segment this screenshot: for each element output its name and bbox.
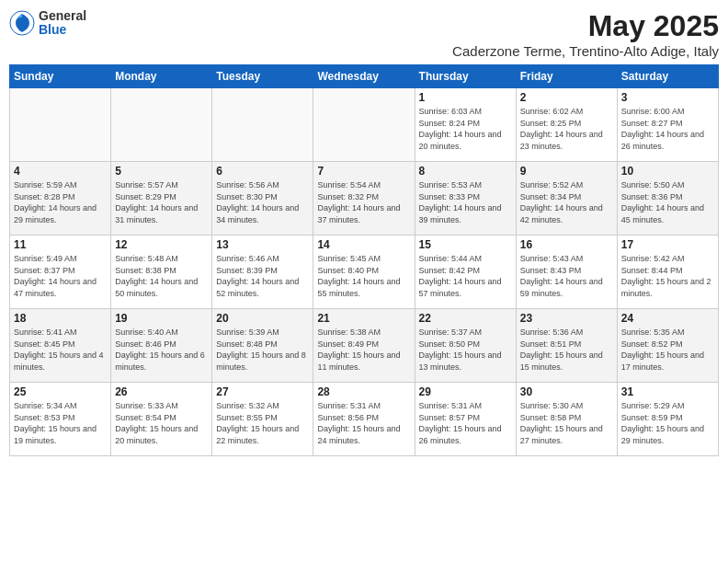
day-detail: Sunrise: 5:38 AM Sunset: 8:49 PM Dayligh… [317, 327, 410, 373]
day-number: 7 [317, 165, 410, 178]
day-detail: Sunrise: 5:59 AM Sunset: 8:28 PM Dayligh… [14, 179, 107, 225]
day-detail: Sunrise: 5:56 AM Sunset: 8:30 PM Dayligh… [216, 179, 309, 225]
calendar-cell: 20Sunrise: 5:39 AM Sunset: 8:48 PM Dayli… [212, 309, 313, 383]
day-number: 31 [621, 385, 714, 398]
day-number: 17 [621, 238, 714, 251]
day-number: 30 [520, 385, 613, 398]
calendar-cell [111, 88, 212, 162]
calendar-cell: 13Sunrise: 5:46 AM Sunset: 8:39 PM Dayli… [212, 236, 313, 309]
calendar-cell: 18Sunrise: 5:41 AM Sunset: 8:45 PM Dayli… [10, 309, 111, 383]
calendar-week-row: 18Sunrise: 5:41 AM Sunset: 8:45 PM Dayli… [10, 309, 719, 383]
weekday-header: Friday [516, 65, 617, 88]
day-detail: Sunrise: 5:50 AM Sunset: 8:36 PM Dayligh… [621, 179, 714, 225]
calendar-cell: 28Sunrise: 5:31 AM Sunset: 8:56 PM Dayli… [313, 383, 415, 456]
day-number: 25 [14, 385, 107, 398]
day-detail: Sunrise: 5:39 AM Sunset: 8:48 PM Dayligh… [216, 327, 309, 373]
logo-general: General [39, 9, 86, 23]
calendar-cell: 15Sunrise: 5:44 AM Sunset: 8:42 PM Dayli… [415, 236, 516, 309]
day-number: 18 [14, 312, 107, 325]
calendar-cell: 11Sunrise: 5:49 AM Sunset: 8:37 PM Dayli… [10, 236, 111, 309]
calendar-week-row: 11Sunrise: 5:49 AM Sunset: 8:37 PM Dayli… [10, 236, 719, 309]
calendar-cell: 1Sunrise: 6:03 AM Sunset: 8:24 PM Daylig… [415, 88, 516, 162]
day-detail: Sunrise: 5:53 AM Sunset: 8:33 PM Dayligh… [419, 179, 512, 225]
calendar-cell: 30Sunrise: 5:30 AM Sunset: 8:58 PM Dayli… [516, 383, 617, 456]
day-number: 8 [419, 165, 512, 178]
day-detail: Sunrise: 6:02 AM Sunset: 8:25 PM Dayligh… [520, 106, 613, 152]
day-number: 9 [520, 165, 613, 178]
day-number: 10 [621, 165, 714, 178]
calendar-cell: 7Sunrise: 5:54 AM Sunset: 8:32 PM Daylig… [313, 162, 415, 236]
calendar-cell: 22Sunrise: 5:37 AM Sunset: 8:50 PM Dayli… [415, 309, 516, 383]
calendar-week-row: 4Sunrise: 5:59 AM Sunset: 8:28 PM Daylig… [10, 162, 719, 236]
logo-icon [9, 10, 35, 36]
logo: General Blue [9, 9, 86, 38]
day-detail: Sunrise: 5:57 AM Sunset: 8:29 PM Dayligh… [115, 179, 208, 225]
calendar-cell: 6Sunrise: 5:56 AM Sunset: 8:30 PM Daylig… [212, 162, 313, 236]
calendar-cell: 10Sunrise: 5:50 AM Sunset: 8:36 PM Dayli… [617, 162, 718, 236]
weekday-header: Thursday [415, 65, 516, 88]
title-block: May 2025 Caderzone Terme, Trentino-Alto … [452, 9, 719, 59]
day-number: 5 [115, 165, 208, 178]
day-number: 22 [419, 312, 512, 325]
calendar-cell: 4Sunrise: 5:59 AM Sunset: 8:28 PM Daylig… [10, 162, 111, 236]
calendar-cell: 24Sunrise: 5:35 AM Sunset: 8:52 PM Dayli… [617, 309, 718, 383]
day-detail: Sunrise: 5:42 AM Sunset: 8:44 PM Dayligh… [621, 253, 714, 299]
day-detail: Sunrise: 5:36 AM Sunset: 8:51 PM Dayligh… [520, 327, 613, 373]
weekday-header-row: SundayMondayTuesdayWednesdayThursdayFrid… [10, 65, 719, 88]
calendar-table: SundayMondayTuesdayWednesdayThursdayFrid… [9, 64, 719, 456]
day-detail: Sunrise: 5:46 AM Sunset: 8:39 PM Dayligh… [216, 253, 309, 299]
day-detail: Sunrise: 5:34 AM Sunset: 8:53 PM Dayligh… [14, 400, 107, 446]
weekday-header: Monday [111, 65, 212, 88]
day-number: 3 [621, 91, 714, 104]
day-number: 20 [216, 312, 309, 325]
day-number: 15 [419, 238, 512, 251]
calendar-cell: 2Sunrise: 6:02 AM Sunset: 8:25 PM Daylig… [516, 88, 617, 162]
weekday-header: Saturday [617, 65, 718, 88]
calendar-cell: 26Sunrise: 5:33 AM Sunset: 8:54 PM Dayli… [111, 383, 212, 456]
day-detail: Sunrise: 5:43 AM Sunset: 8:43 PM Dayligh… [520, 253, 613, 299]
calendar-week-row: 25Sunrise: 5:34 AM Sunset: 8:53 PM Dayli… [10, 383, 719, 456]
day-number: 24 [621, 312, 714, 325]
day-number: 23 [520, 312, 613, 325]
day-detail: Sunrise: 5:30 AM Sunset: 8:58 PM Dayligh… [520, 400, 613, 446]
day-number: 19 [115, 312, 208, 325]
calendar-cell [313, 88, 415, 162]
day-detail: Sunrise: 5:29 AM Sunset: 8:59 PM Dayligh… [621, 400, 714, 446]
day-number: 14 [317, 238, 410, 251]
page-header: General Blue May 2025 Caderzone Terme, T… [9, 9, 719, 59]
calendar-cell: 21Sunrise: 5:38 AM Sunset: 8:49 PM Dayli… [313, 309, 415, 383]
logo-text: General Blue [39, 9, 86, 38]
calendar-cell: 23Sunrise: 5:36 AM Sunset: 8:51 PM Dayli… [516, 309, 617, 383]
day-number: 29 [419, 385, 512, 398]
day-number: 2 [520, 91, 613, 104]
weekday-header: Sunday [10, 65, 111, 88]
day-number: 13 [216, 238, 309, 251]
day-detail: Sunrise: 5:33 AM Sunset: 8:54 PM Dayligh… [115, 400, 208, 446]
day-detail: Sunrise: 5:31 AM Sunset: 8:56 PM Dayligh… [317, 400, 410, 446]
day-detail: Sunrise: 5:48 AM Sunset: 8:38 PM Dayligh… [115, 253, 208, 299]
day-detail: Sunrise: 5:32 AM Sunset: 8:55 PM Dayligh… [216, 400, 309, 446]
calendar-week-row: 1Sunrise: 6:03 AM Sunset: 8:24 PM Daylig… [10, 88, 719, 162]
day-detail: Sunrise: 5:40 AM Sunset: 8:46 PM Dayligh… [115, 327, 208, 373]
day-detail: Sunrise: 6:00 AM Sunset: 8:27 PM Dayligh… [621, 106, 714, 152]
calendar-cell: 12Sunrise: 5:48 AM Sunset: 8:38 PM Dayli… [111, 236, 212, 309]
calendar-cell: 27Sunrise: 5:32 AM Sunset: 8:55 PM Dayli… [212, 383, 313, 456]
location: Caderzone Terme, Trentino-Alto Adige, It… [452, 43, 719, 59]
calendar-cell: 25Sunrise: 5:34 AM Sunset: 8:53 PM Dayli… [10, 383, 111, 456]
day-detail: Sunrise: 5:41 AM Sunset: 8:45 PM Dayligh… [14, 327, 107, 373]
day-number: 4 [14, 165, 107, 178]
calendar-cell [10, 88, 111, 162]
calendar-cell: 31Sunrise: 5:29 AM Sunset: 8:59 PM Dayli… [617, 383, 718, 456]
calendar-cell: 17Sunrise: 5:42 AM Sunset: 8:44 PM Dayli… [617, 236, 718, 309]
day-number: 28 [317, 385, 410, 398]
calendar-cell: 5Sunrise: 5:57 AM Sunset: 8:29 PM Daylig… [111, 162, 212, 236]
calendar-cell [212, 88, 313, 162]
day-detail: Sunrise: 5:54 AM Sunset: 8:32 PM Dayligh… [317, 179, 410, 225]
day-detail: Sunrise: 5:31 AM Sunset: 8:57 PM Dayligh… [419, 400, 512, 446]
calendar-cell: 8Sunrise: 5:53 AM Sunset: 8:33 PM Daylig… [415, 162, 516, 236]
day-number: 16 [520, 238, 613, 251]
day-detail: Sunrise: 5:52 AM Sunset: 8:34 PM Dayligh… [520, 179, 613, 225]
calendar-cell: 14Sunrise: 5:45 AM Sunset: 8:40 PM Dayli… [313, 236, 415, 309]
day-detail: Sunrise: 5:45 AM Sunset: 8:40 PM Dayligh… [317, 253, 410, 299]
day-detail: Sunrise: 6:03 AM Sunset: 8:24 PM Dayligh… [419, 106, 512, 152]
